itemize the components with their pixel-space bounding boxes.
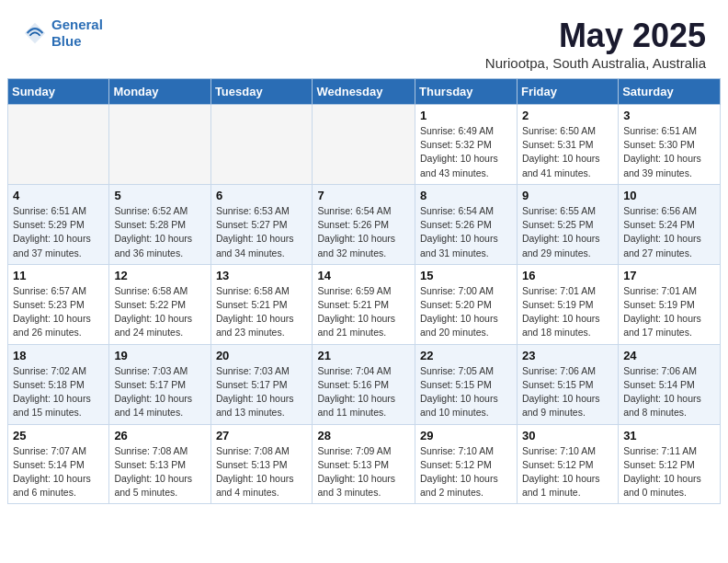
day-info: Sunrise: 7:04 AM Sunset: 5:16 PM Dayligh… — [317, 364, 410, 420]
day-cell: 23Sunrise: 7:06 AM Sunset: 5:15 PM Dayli… — [517, 344, 618, 424]
day-cell: 16Sunrise: 7:01 AM Sunset: 5:19 PM Dayli… — [517, 264, 618, 344]
day-number: 7 — [317, 189, 410, 202]
week-row-1: 1Sunrise: 6:49 AM Sunset: 5:32 PM Daylig… — [8, 105, 721, 185]
logo-icon — [22, 20, 48, 46]
day-cell: 27Sunrise: 7:08 AM Sunset: 5:13 PM Dayli… — [210, 424, 313, 504]
day-info: Sunrise: 7:02 AM Sunset: 5:18 PM Dayligh… — [13, 364, 104, 420]
day-info: Sunrise: 6:51 AM Sunset: 5:30 PM Dayligh… — [623, 124, 715, 180]
day-number: 11 — [13, 269, 104, 282]
day-number: 17 — [623, 269, 715, 282]
day-number: 19 — [114, 349, 205, 362]
day-cell: 6Sunrise: 6:53 AM Sunset: 5:27 PM Daylig… — [210, 184, 313, 264]
day-cell — [8, 105, 109, 185]
week-row-5: 25Sunrise: 7:07 AM Sunset: 5:14 PM Dayli… — [8, 424, 721, 504]
day-number: 13 — [216, 269, 308, 282]
day-number: 27 — [216, 429, 308, 442]
day-cell: 31Sunrise: 7:11 AM Sunset: 5:12 PM Dayli… — [619, 424, 721, 504]
col-header-wednesday: Wednesday — [313, 79, 415, 105]
day-cell — [210, 105, 313, 185]
day-cell: 8Sunrise: 6:54 AM Sunset: 5:26 PM Daylig… — [415, 184, 518, 264]
day-info: Sunrise: 7:03 AM Sunset: 5:17 PM Dayligh… — [114, 364, 205, 420]
day-number: 3 — [623, 109, 715, 122]
day-info: Sunrise: 6:58 AM Sunset: 5:21 PM Dayligh… — [216, 284, 308, 340]
calendar-header-row: SundayMondayTuesdayWednesdayThursdayFrid… — [8, 79, 721, 105]
day-cell: 17Sunrise: 7:01 AM Sunset: 5:19 PM Dayli… — [619, 264, 721, 344]
day-info: Sunrise: 6:53 AM Sunset: 5:27 PM Dayligh… — [216, 204, 308, 260]
day-info: Sunrise: 6:59 AM Sunset: 5:21 PM Dayligh… — [317, 284, 410, 340]
day-cell: 20Sunrise: 7:03 AM Sunset: 5:17 PM Dayli… — [210, 344, 313, 424]
day-info: Sunrise: 6:57 AM Sunset: 5:23 PM Dayligh… — [13, 284, 104, 340]
day-cell: 4Sunrise: 6:51 AM Sunset: 5:29 PM Daylig… — [8, 184, 109, 264]
col-header-tuesday: Tuesday — [210, 79, 313, 105]
day-number: 8 — [420, 189, 512, 202]
day-number: 25 — [13, 429, 104, 442]
day-number: 9 — [522, 189, 613, 202]
day-info: Sunrise: 6:51 AM Sunset: 5:29 PM Dayligh… — [13, 204, 104, 260]
day-number: 20 — [216, 349, 308, 362]
day-cell: 21Sunrise: 7:04 AM Sunset: 5:16 PM Dayli… — [313, 344, 415, 424]
day-info: Sunrise: 7:05 AM Sunset: 5:15 PM Dayligh… — [420, 364, 512, 420]
day-info: Sunrise: 6:58 AM Sunset: 5:22 PM Dayligh… — [114, 284, 205, 340]
logo-text: General Blue — [51, 17, 103, 50]
day-number: 6 — [216, 189, 308, 202]
day-cell: 19Sunrise: 7:03 AM Sunset: 5:17 PM Dayli… — [109, 344, 210, 424]
day-info: Sunrise: 6:54 AM Sunset: 5:26 PM Dayligh… — [420, 204, 512, 260]
day-info: Sunrise: 7:10 AM Sunset: 5:12 PM Dayligh… — [420, 444, 512, 500]
day-number: 29 — [420, 429, 512, 442]
day-number: 21 — [317, 349, 410, 362]
day-number: 24 — [623, 349, 715, 362]
day-cell: 11Sunrise: 6:57 AM Sunset: 5:23 PM Dayli… — [8, 264, 109, 344]
day-cell: 12Sunrise: 6:58 AM Sunset: 5:22 PM Dayli… — [109, 264, 210, 344]
day-info: Sunrise: 6:54 AM Sunset: 5:26 PM Dayligh… — [317, 204, 410, 260]
day-number: 10 — [623, 189, 715, 202]
day-cell: 28Sunrise: 7:09 AM Sunset: 5:13 PM Dayli… — [313, 424, 415, 504]
day-cell — [109, 105, 210, 185]
day-number: 1 — [420, 109, 512, 122]
page-header: General Blue May 2025 Nuriootpa, South A… — [0, 0, 728, 78]
day-cell: 26Sunrise: 7:08 AM Sunset: 5:13 PM Dayli… — [109, 424, 210, 504]
day-number: 4 — [13, 189, 104, 202]
week-row-4: 18Sunrise: 7:02 AM Sunset: 5:18 PM Dayli… — [8, 344, 721, 424]
day-info: Sunrise: 7:09 AM Sunset: 5:13 PM Dayligh… — [317, 444, 410, 500]
day-info: Sunrise: 6:55 AM Sunset: 5:25 PM Dayligh… — [522, 204, 613, 260]
day-cell: 25Sunrise: 7:07 AM Sunset: 5:14 PM Dayli… — [8, 424, 109, 504]
day-info: Sunrise: 7:10 AM Sunset: 5:12 PM Dayligh… — [522, 444, 613, 500]
day-cell: 1Sunrise: 6:49 AM Sunset: 5:32 PM Daylig… — [415, 105, 518, 185]
day-info: Sunrise: 7:08 AM Sunset: 5:13 PM Dayligh… — [216, 444, 308, 500]
logo: General Blue — [22, 17, 103, 50]
logo-line1: General — [51, 17, 103, 32]
day-cell: 10Sunrise: 6:56 AM Sunset: 5:24 PM Dayli… — [619, 184, 721, 264]
month-title: May 2025 — [485, 17, 706, 55]
day-info: Sunrise: 7:03 AM Sunset: 5:17 PM Dayligh… — [216, 364, 308, 420]
week-row-3: 11Sunrise: 6:57 AM Sunset: 5:23 PM Dayli… — [8, 264, 721, 344]
day-number: 15 — [420, 269, 512, 282]
day-info: Sunrise: 7:01 AM Sunset: 5:19 PM Dayligh… — [623, 284, 715, 340]
day-info: Sunrise: 7:06 AM Sunset: 5:14 PM Dayligh… — [623, 364, 715, 420]
col-header-sunday: Sunday — [8, 79, 109, 105]
day-cell: 29Sunrise: 7:10 AM Sunset: 5:12 PM Dayli… — [415, 424, 518, 504]
day-info: Sunrise: 7:08 AM Sunset: 5:13 PM Dayligh… — [114, 444, 205, 500]
day-number: 12 — [114, 269, 205, 282]
calendar-container: SundayMondayTuesdayWednesdayThursdayFrid… — [0, 78, 728, 511]
day-number: 5 — [114, 189, 205, 202]
day-number: 22 — [420, 349, 512, 362]
day-info: Sunrise: 7:07 AM Sunset: 5:14 PM Dayligh… — [13, 444, 104, 500]
day-info: Sunrise: 6:52 AM Sunset: 5:28 PM Dayligh… — [114, 204, 205, 260]
day-info: Sunrise: 7:11 AM Sunset: 5:12 PM Dayligh… — [623, 444, 715, 500]
day-cell: 24Sunrise: 7:06 AM Sunset: 5:14 PM Dayli… — [619, 344, 721, 424]
day-cell: 9Sunrise: 6:55 AM Sunset: 5:25 PM Daylig… — [517, 184, 618, 264]
day-cell: 22Sunrise: 7:05 AM Sunset: 5:15 PM Dayli… — [415, 344, 518, 424]
day-cell: 7Sunrise: 6:54 AM Sunset: 5:26 PM Daylig… — [313, 184, 415, 264]
day-number: 23 — [522, 349, 613, 362]
logo-line2: Blue — [51, 33, 82, 49]
day-number: 2 — [522, 109, 613, 122]
calendar-table: SundayMondayTuesdayWednesdayThursdayFrid… — [7, 78, 721, 504]
subtitle: Nuriootpa, South Australia, Australia — [485, 55, 706, 71]
day-number: 14 — [317, 269, 410, 282]
day-cell: 15Sunrise: 7:00 AM Sunset: 5:20 PM Dayli… — [415, 264, 518, 344]
day-cell — [313, 105, 415, 185]
day-cell: 18Sunrise: 7:02 AM Sunset: 5:18 PM Dayli… — [8, 344, 109, 424]
day-cell: 14Sunrise: 6:59 AM Sunset: 5:21 PM Dayli… — [313, 264, 415, 344]
day-number: 28 — [317, 429, 410, 442]
col-header-friday: Friday — [517, 79, 618, 105]
